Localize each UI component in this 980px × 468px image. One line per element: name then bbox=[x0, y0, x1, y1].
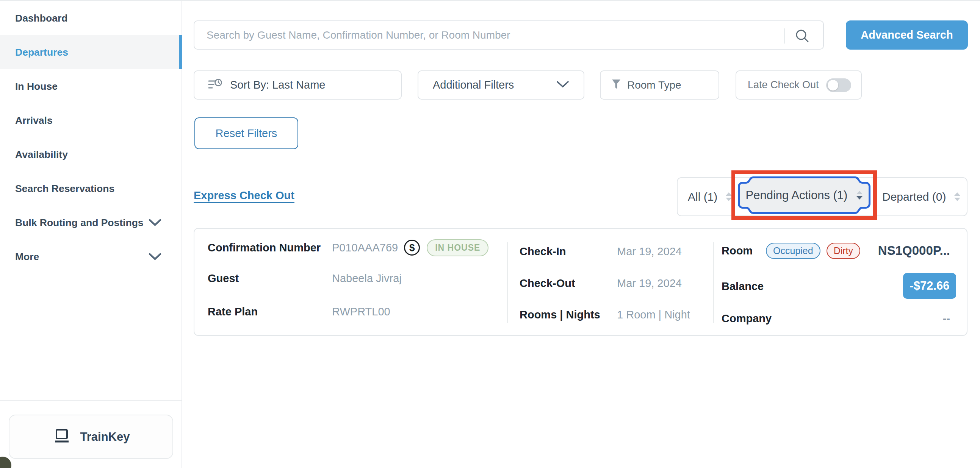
sidebar-item-departures[interactable]: Departures bbox=[0, 35, 181, 69]
sidebar-item-search-reservations[interactable]: Search Reservations bbox=[0, 171, 181, 206]
additional-filters-dropdown[interactable]: Additional Filters bbox=[418, 70, 584, 100]
express-check-out-link[interactable]: Express Check Out bbox=[194, 189, 294, 202]
sidebar-item-arrivals[interactable]: Arrivals bbox=[0, 103, 181, 138]
toggle-knob bbox=[828, 80, 838, 90]
sort-up-arrow bbox=[726, 192, 732, 196]
card-column-divider bbox=[507, 242, 508, 323]
late-check-out-label: Late Check Out bbox=[748, 79, 819, 91]
sidebar-item-in-house[interactable]: In House bbox=[0, 69, 181, 103]
sidebar-item-label: Departures bbox=[15, 47, 68, 58]
sidebar-item-label: In House bbox=[15, 81, 57, 92]
late-check-out-filter: Late Check Out bbox=[735, 70, 862, 100]
trainkey-label: TrainKey bbox=[80, 430, 130, 444]
rooms-nights-label: Rooms | Nights bbox=[520, 309, 600, 321]
sidebar-item-label: Bulk Routing and Postings bbox=[15, 217, 144, 229]
check-out-label: Check-Out bbox=[520, 277, 575, 290]
room-number-value: NS1Q000P... bbox=[878, 241, 950, 260]
sort-up-arrow bbox=[954, 192, 960, 196]
check-in-label: Check-In bbox=[520, 245, 566, 258]
rooms-nights-value: 1 Room | Night bbox=[617, 309, 690, 321]
confirmation-number-value: P010AAA769 bbox=[332, 241, 398, 254]
sidebar-item-dashboard[interactable]: Dashboard bbox=[0, 1, 181, 35]
page-top-border bbox=[0, 0, 980, 1]
check-out-value: Mar 19, 2024 bbox=[617, 277, 682, 290]
balance-amount-chip[interactable]: -$72.66 bbox=[903, 273, 956, 299]
sidebar-nav: Dashboard Departures In House Arrivals A… bbox=[0, 1, 181, 274]
sort-up-arrow bbox=[856, 191, 862, 194]
annotation-highlight-box: Pending Actions (1) bbox=[732, 170, 877, 220]
chevron-down-icon bbox=[148, 252, 162, 261]
tab-pending-actions[interactable]: Pending Actions (1) bbox=[738, 176, 870, 214]
guest-value: Nabeela Jivraj bbox=[332, 272, 402, 285]
reset-filters-button[interactable]: Reset Filters bbox=[194, 117, 298, 149]
tab-pending-actions-label: Pending Actions (1) bbox=[746, 189, 848, 202]
room-dirty-badge: Dirty bbox=[827, 243, 860, 259]
tab-departed[interactable]: Departed (0) bbox=[882, 178, 960, 216]
sidebar-item-label: Dashboard bbox=[15, 13, 67, 24]
late-check-out-toggle[interactable] bbox=[826, 78, 851, 92]
check-in-value: Mar 19, 2024 bbox=[617, 245, 682, 258]
corner-blob bbox=[0, 457, 11, 468]
sort-down-arrow bbox=[726, 198, 732, 201]
sort-arrows-icon[interactable] bbox=[856, 191, 862, 200]
dollar-circle-icon[interactable]: $ bbox=[404, 240, 420, 255]
tab-departed-label: Departed (0) bbox=[882, 190, 946, 203]
sort-by-label: Sort By: Last Name bbox=[230, 79, 325, 91]
guest-label: Guest bbox=[208, 272, 239, 285]
rate-plan-label: Rate Plan bbox=[208, 306, 258, 318]
sort-arrows-icon[interactable] bbox=[726, 192, 732, 201]
advanced-search-button[interactable]: Advanced Search bbox=[846, 21, 968, 49]
sidebar-item-label: Availability bbox=[15, 149, 68, 160]
sidebar-item-label: Search Reservations bbox=[15, 183, 115, 195]
sort-down-arrow bbox=[954, 198, 960, 201]
search-box bbox=[194, 21, 824, 49]
sort-by-button[interactable]: Sort By: Last Name bbox=[194, 70, 402, 100]
company-value: -- bbox=[943, 309, 950, 328]
reservation-card[interactable]: Confirmation Number P010AAA769 $ IN HOUS… bbox=[194, 228, 967, 336]
sidebar-item-more[interactable]: More bbox=[0, 240, 181, 274]
room-occupied-badge: Occupied bbox=[766, 243, 821, 259]
room-label: Room bbox=[722, 244, 752, 257]
funnel-icon bbox=[611, 79, 621, 92]
search-input[interactable] bbox=[194, 21, 823, 49]
room-type-label: Room Type bbox=[627, 79, 681, 91]
company-label: Company bbox=[722, 313, 772, 325]
sidebar-bottom-divider bbox=[0, 400, 182, 401]
sort-arrows-icon[interactable] bbox=[954, 192, 960, 201]
laptop-icon bbox=[52, 428, 71, 446]
active-indicator-bar bbox=[179, 35, 182, 69]
search-divider bbox=[784, 29, 785, 44]
card-column-divider bbox=[713, 242, 714, 323]
chevron-down-icon bbox=[556, 81, 569, 90]
balance-label: Balance bbox=[722, 280, 764, 293]
rate-plan-value: RWPRTL00 bbox=[332, 306, 390, 318]
room-type-filter-button[interactable]: Room Type bbox=[600, 70, 719, 100]
confirmation-number-label: Confirmation Number bbox=[208, 241, 321, 254]
sidebar: Dashboard Departures In House Arrivals A… bbox=[0, 0, 182, 468]
tab-all-label: All (1) bbox=[688, 190, 718, 203]
chevron-down-icon bbox=[148, 219, 162, 227]
additional-filters-label: Additional Filters bbox=[433, 79, 514, 91]
sidebar-item-availability[interactable]: Availability bbox=[0, 138, 181, 171]
sort-by-time-icon bbox=[207, 77, 223, 93]
sort-down-arrow bbox=[856, 196, 862, 200]
sidebar-item-label: More bbox=[15, 251, 39, 263]
tab-all[interactable]: All (1) bbox=[688, 178, 732, 216]
sidebar-item-label: Arrivals bbox=[15, 115, 52, 127]
search-icon[interactable] bbox=[794, 27, 811, 46]
sidebar-item-bulk-routing[interactable]: Bulk Routing and Postings bbox=[0, 206, 181, 240]
in-house-status-badge: IN HOUSE bbox=[427, 239, 488, 256]
trainkey-button[interactable]: TrainKey bbox=[9, 415, 173, 459]
